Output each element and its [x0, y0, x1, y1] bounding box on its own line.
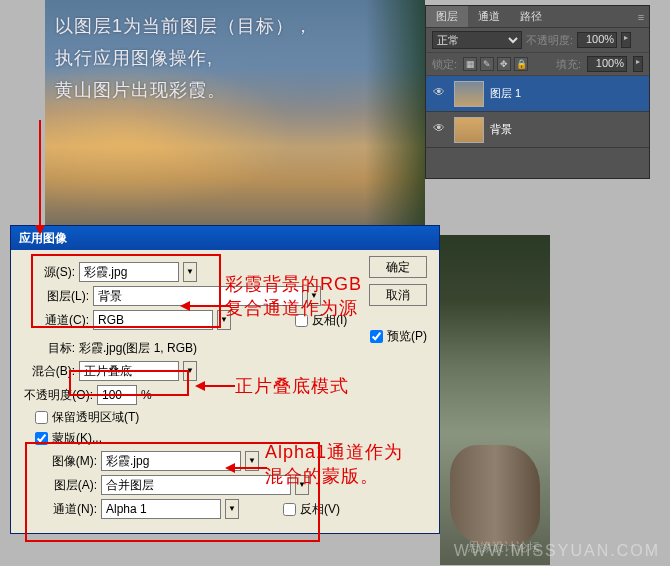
- dropdown-icon[interactable]: ▼: [183, 361, 197, 381]
- image-label: 图像(M):: [43, 453, 97, 470]
- opacity-unit: %: [141, 388, 152, 402]
- channel-label: 通道(C):: [35, 312, 89, 329]
- target-label: 目标:: [21, 340, 75, 357]
- blend-input[interactable]: [79, 361, 179, 381]
- source-input[interactable]: [79, 262, 179, 282]
- lock-icons: ▦ ✎ ✥ 🔒: [463, 57, 528, 71]
- watermark: WWW.MISSYUAN.COM: [454, 542, 660, 560]
- overlay-line3: 黄山图片出现彩霞。: [55, 74, 313, 106]
- canvas-preview: 以图层1为当前图层（目标）， 执行应用图像操作, 黄山图片出现彩霞。: [45, 0, 425, 225]
- mask-layer-input[interactable]: [101, 475, 291, 495]
- layers-panel: 图层 通道 路径 ≡ 正常 不透明度: 100% ▸ 锁定: ▦ ✎ ✥ 🔒 填…: [425, 5, 650, 179]
- visibility-icon[interactable]: 👁: [430, 121, 448, 139]
- source-label: 源(S):: [21, 264, 75, 281]
- fill-label: 填充:: [556, 57, 581, 72]
- layer-thumbnail: [454, 81, 484, 107]
- invert-checkbox-2[interactable]: 反相(V): [283, 501, 340, 518]
- preserve-box[interactable]: [35, 411, 48, 424]
- mask-layer-label: 图层(A):: [43, 477, 97, 494]
- annotation-blend: 正片叠底模式: [235, 374, 349, 398]
- dialog-title: 应用图像: [11, 226, 439, 250]
- dropdown-icon[interactable]: ▼: [225, 499, 239, 519]
- lock-label: 锁定:: [432, 57, 457, 72]
- overlay-line1: 以图层1为当前图层（目标），: [55, 10, 313, 42]
- instruction-overlay: 以图层1为当前图层（目标）， 执行应用图像操作, 黄山图片出现彩霞。: [55, 10, 313, 106]
- tab-channels[interactable]: 通道: [468, 6, 510, 27]
- fill-arrow-icon[interactable]: ▸: [633, 56, 643, 72]
- layer-label: 图层(L):: [35, 288, 89, 305]
- blend-mode-select[interactable]: 正常: [432, 31, 522, 49]
- opacity-input[interactable]: [97, 385, 137, 405]
- mask-box[interactable]: [35, 432, 48, 445]
- layer-name: 图层 1: [490, 86, 521, 101]
- cancel-button[interactable]: 取消: [369, 284, 427, 306]
- panel-menu-icon[interactable]: ≡: [633, 11, 649, 23]
- dropdown-icon[interactable]: ▼: [245, 451, 259, 471]
- preview-box[interactable]: [370, 330, 383, 343]
- image-input[interactable]: [101, 451, 241, 471]
- invert2-box[interactable]: [283, 503, 296, 516]
- preserve-transparency-checkbox[interactable]: 保留透明区域(T): [35, 409, 429, 426]
- tab-paths[interactable]: 路径: [510, 6, 552, 27]
- lock-all-icon[interactable]: 🔒: [514, 57, 528, 71]
- ok-button[interactable]: 确定: [369, 256, 427, 278]
- opacity-label: 不透明度(O):: [21, 387, 93, 404]
- lock-pixels-icon[interactable]: ✎: [480, 57, 494, 71]
- dropdown-icon[interactable]: ▼: [183, 262, 197, 282]
- tab-layers[interactable]: 图层: [426, 6, 468, 27]
- overlay-line2: 执行应用图像操作,: [55, 42, 313, 74]
- opacity-arrow-icon[interactable]: ▸: [621, 32, 631, 48]
- lock-position-icon[interactable]: ✥: [497, 57, 511, 71]
- mask-channel-label: 通道(N):: [43, 501, 97, 518]
- layer-name: 背景: [490, 122, 512, 137]
- channel-input[interactable]: [93, 310, 213, 330]
- mountain-preview: [440, 235, 550, 565]
- blend-label: 混合(B):: [21, 363, 75, 380]
- preview-checkbox[interactable]: 预览(P): [370, 328, 427, 345]
- layer-row-background[interactable]: 👁 背景: [426, 112, 649, 148]
- layer-thumbnail: [454, 117, 484, 143]
- opacity-value[interactable]: 100%: [577, 32, 617, 48]
- annotation-source: 彩霞背景的RGB 复合通道作为源: [225, 272, 362, 320]
- annotation-mask: Alpha1通道作为 混合的蒙版。: [265, 440, 403, 488]
- layer-row-1[interactable]: 👁 图层 1: [426, 76, 649, 112]
- layers-list: 👁 图层 1 👁 背景: [426, 76, 649, 178]
- target-value: 彩霞.jpg(图层 1, RGB): [79, 340, 197, 357]
- opacity-label: 不透明度:: [526, 33, 573, 48]
- panel-tabs: 图层 通道 路径 ≡: [426, 6, 649, 28]
- mask-channel-input[interactable]: [101, 499, 221, 519]
- fill-value[interactable]: 100%: [587, 56, 627, 72]
- lock-transparent-icon[interactable]: ▦: [463, 57, 477, 71]
- visibility-icon[interactable]: 👁: [430, 85, 448, 103]
